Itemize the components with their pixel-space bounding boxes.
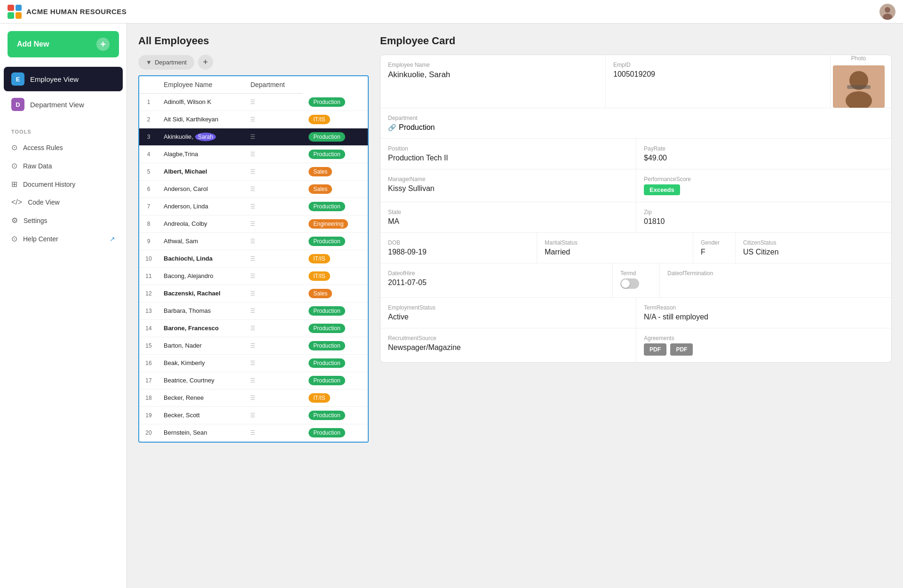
row-employee-name: Becker, Scott xyxy=(158,406,245,424)
row-menu-icon: ☰ xyxy=(250,255,255,262)
row-menu[interactable]: ☰ xyxy=(245,198,303,215)
table-row[interactable]: 2Ait Sidi, Karthikeyan☰IT/IS xyxy=(139,111,368,128)
add-new-button[interactable]: Add New + xyxy=(8,31,119,57)
table-row[interactable]: 18Becker, Renee☰IT/IS xyxy=(139,389,368,406)
row-menu[interactable]: ☰ xyxy=(245,94,303,111)
row-menu[interactable]: ☰ xyxy=(245,285,303,302)
table-row[interactable]: 9Athwal, Sam☰Production xyxy=(139,232,368,250)
row-number: 17 xyxy=(139,372,158,389)
row-menu[interactable]: ☰ xyxy=(245,319,303,337)
card-top-row: Employee Name Akinkuolie, Sarah EmpID 10… xyxy=(380,55,891,108)
raw-data-label: Raw Data xyxy=(23,162,52,170)
table-row[interactable]: 1Adinolfi, Wilson K☰Production xyxy=(139,94,368,111)
card-payrate-field: PayRate $49.00 xyxy=(636,139,891,169)
col-dept: Department xyxy=(245,76,303,94)
row-number: 8 xyxy=(139,215,158,232)
row-number: 15 xyxy=(139,337,158,354)
row-menu[interactable]: ☰ xyxy=(245,163,303,180)
row-menu[interactable]: ☰ xyxy=(245,354,303,372)
row-employee-name: Andreola, Colby xyxy=(158,215,245,232)
card-termreason-value: N/A - still employed xyxy=(644,313,884,321)
table-row[interactable]: 10Bachiochi, Linda☰IT/IS xyxy=(139,250,368,267)
card-empid-field: EmpID 1005019209 xyxy=(605,55,830,108)
pdf-button-2[interactable]: PDF xyxy=(670,343,693,356)
row-employee-name: Albert, Michael xyxy=(158,163,245,180)
card-dept-row: Department 🔗 Production xyxy=(380,108,891,139)
row-menu[interactable]: ☰ xyxy=(245,128,303,145)
table-row[interactable]: 4Alagbe,Trina☰Production xyxy=(139,145,368,163)
row-menu[interactable]: ☰ xyxy=(245,180,303,198)
card-payrate-value: $49.00 xyxy=(644,154,884,162)
row-number: 1 xyxy=(139,94,158,111)
sidebar: Add New + E Employee View D Department V… xyxy=(0,24,127,588)
layout: Add New + E Employee View D Department V… xyxy=(0,24,903,588)
table-row[interactable]: 7Anderson, Linda☰Production xyxy=(139,198,368,215)
table-row[interactable]: 12Baczenski, Rachael☰Sales xyxy=(139,285,368,302)
table-row[interactable]: 11Bacong, Alejandro☰IT/IS xyxy=(139,267,368,285)
row-menu[interactable]: ☰ xyxy=(245,424,303,441)
card-photo-field: Photo xyxy=(830,55,887,108)
user-avatar[interactable] xyxy=(879,4,895,20)
pdf-buttons: PDF PDF xyxy=(644,343,884,356)
row-department: Production xyxy=(303,354,368,372)
app-title: ACME Human Resources xyxy=(26,8,127,16)
tool-access-rules[interactable]: ⊙ Access Rules xyxy=(4,138,123,157)
table-row[interactable]: 6Anderson, Carol☰Sales xyxy=(139,180,368,198)
table-row[interactable]: 8Andreola, Colby☰Engineering xyxy=(139,215,368,232)
row-menu[interactable]: ☰ xyxy=(245,215,303,232)
row-menu[interactable]: ☰ xyxy=(245,389,303,406)
table-row[interactable]: 13Barbara, Thomas☰Production xyxy=(139,302,368,319)
row-menu[interactable]: ☰ xyxy=(245,250,303,267)
row-menu[interactable]: ☰ xyxy=(245,111,303,128)
row-menu[interactable]: ☰ xyxy=(245,372,303,389)
pdf-button-1[interactable]: PDF xyxy=(644,343,666,356)
tool-help-center[interactable]: ⊙ Help Center ↗ xyxy=(4,230,123,248)
row-employee-name: Alagbe,Trina xyxy=(158,145,245,163)
table-row[interactable]: 19Becker, Scott☰Production xyxy=(139,406,368,424)
card-dept-field: Department 🔗 Production xyxy=(380,108,891,138)
row-employee-name: Bernstein, Sean xyxy=(158,424,245,441)
table-row[interactable]: 3Akinkuolie,Sarah☰Production xyxy=(139,128,368,145)
tool-raw-data[interactable]: ⊙ Raw Data xyxy=(4,157,123,175)
tool-code-view[interactable]: </> Code View xyxy=(4,193,123,211)
card-dob-field: DOB 1988-09-19 xyxy=(380,233,537,263)
help-center-icon: ⊙ xyxy=(11,234,17,243)
card-marital-field: MaritalStatus Married xyxy=(537,233,693,263)
card-termdate-field: DateofTermination xyxy=(659,263,891,297)
table-row[interactable]: 16Beak, Kimberly☰Production xyxy=(139,354,368,372)
sidebar-item-employee-view[interactable]: E Employee View xyxy=(4,67,123,91)
card-agreements-field: Agreements PDF PDF xyxy=(636,328,891,362)
table-row[interactable]: 15Barton, Nader☰Production xyxy=(139,337,368,354)
row-menu-icon: ☰ xyxy=(250,412,255,419)
termd-toggle[interactable] xyxy=(620,278,639,289)
app-logo xyxy=(8,5,22,19)
filter-bar: ▼ Department + xyxy=(138,55,369,70)
row-menu[interactable]: ☰ xyxy=(245,267,303,285)
tool-settings[interactable]: ⚙ Settings xyxy=(4,211,123,230)
card-position-value: Production Tech II xyxy=(388,154,628,162)
card-employee-name-field: Employee Name Akinkuolie, Sarah xyxy=(380,55,605,108)
row-menu-icon: ☰ xyxy=(250,203,255,210)
row-menu[interactable]: ☰ xyxy=(245,302,303,319)
row-menu[interactable]: ☰ xyxy=(245,232,303,250)
tool-document-history[interactable]: ⊞ Document History xyxy=(4,175,123,193)
table-row[interactable]: 17Beatrice, Courtney☰Production xyxy=(139,372,368,389)
row-menu-icon: ☰ xyxy=(250,290,255,297)
department-filter-button[interactable]: ▼ Department xyxy=(138,55,194,70)
add-new-plus-icon: + xyxy=(96,38,110,51)
sidebar-item-department-view[interactable]: D Department View xyxy=(4,92,123,117)
row-menu[interactable]: ☰ xyxy=(245,145,303,163)
card-hire-value: 2011-07-05 xyxy=(388,278,605,287)
row-department: Production xyxy=(303,128,368,145)
access-rules-icon: ⊙ xyxy=(11,143,17,152)
row-menu[interactable]: ☰ xyxy=(245,406,303,424)
add-filter-button[interactable]: + xyxy=(198,55,213,70)
table-row[interactable]: 5Albert, Michael☰Sales xyxy=(139,163,368,180)
card-empid-value: 1005019209 xyxy=(613,70,823,79)
row-employee-name: Baczenski, Rachael xyxy=(158,285,245,302)
table-row[interactable]: 14Barone, Francesco☰Production xyxy=(139,319,368,337)
table-row[interactable]: 20Bernstein, Sean☰Production xyxy=(139,424,368,441)
card-gender-value: F xyxy=(701,248,728,256)
card-recruit-row: RecruitmentSource Newspager/Magazine Agr… xyxy=(380,328,891,362)
row-menu[interactable]: ☰ xyxy=(245,337,303,354)
